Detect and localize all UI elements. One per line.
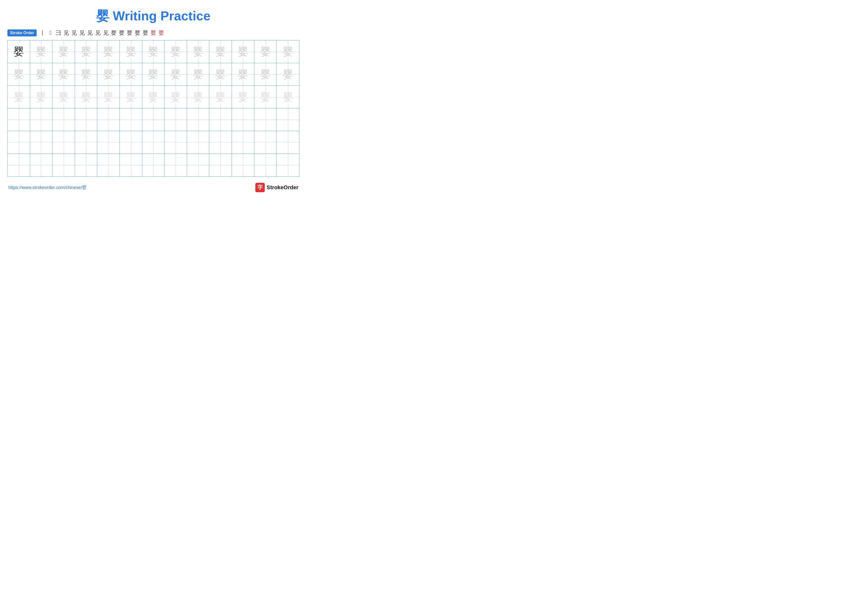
grid-cell-1-8: 婴 [164, 40, 187, 63]
practice-char-lighter: 婴 [170, 92, 181, 102]
grid-cell-1-4: 婴 [75, 40, 98, 63]
grid-cell-4-7[interactable] [142, 109, 165, 131]
grid-cell-5-3[interactable] [53, 131, 75, 154]
practice-char-lighter: 婴 [14, 92, 24, 102]
title-writing-practice: Writing Practice [113, 9, 211, 23]
grid-cell-5-2[interactable] [30, 131, 53, 154]
grid-cell-4-1[interactable] [8, 109, 30, 131]
grid-cell-5-6[interactable] [120, 131, 142, 154]
grid-cell-3-9: 婴 [187, 86, 209, 108]
practice-char-light: 婴 [81, 69, 91, 79]
stroke-order-row: Stroke Order 丨 𠃉 彐 见 见 见 见 见 见 婴 婴 婴 婴 婴… [8, 29, 299, 37]
grid-cell-5-11[interactable] [232, 131, 254, 154]
footer: https://www.strokeorder.com/chinese/婴 字 … [8, 183, 299, 192]
grid-row-5 [8, 131, 299, 154]
grid-cell-5-13[interactable] [277, 131, 299, 154]
practice-char-light: 婴 [126, 46, 136, 57]
grid-cell-6-6[interactable] [120, 154, 142, 176]
practice-char-light: 婴 [283, 69, 293, 79]
title-section: 婴 Writing Practice [8, 5, 299, 25]
grid-cell-5-5[interactable] [97, 131, 120, 154]
grid-cell-3-2: 婴 [30, 86, 53, 108]
grid-cell-4-11[interactable] [232, 109, 254, 131]
practice-char-light: 婴 [260, 46, 271, 57]
page-title: 婴 Writing Practice [8, 8, 299, 25]
stroke-step-2: 𠃉 [47, 30, 54, 36]
grid-cell-4-4[interactable] [75, 109, 98, 131]
stroke-order-badge: Stroke Order [8, 30, 37, 36]
practice-char-light: 婴 [238, 69, 248, 79]
grid-cell-6-12[interactable] [254, 154, 277, 176]
grid-cell-5-7[interactable] [142, 131, 165, 154]
grid-cell-3-13: 婴 [277, 86, 299, 108]
grid-cell-2-12: 婴 [254, 63, 277, 86]
grid-cell-4-8[interactable] [164, 109, 187, 131]
grid-cell-4-9[interactable] [187, 109, 209, 131]
grid-cell-4-13[interactable] [277, 109, 299, 131]
grid-cell-5-4[interactable] [75, 131, 98, 154]
grid-cell-1-2: 婴 [30, 40, 53, 63]
grid-cell-6-2[interactable] [30, 154, 53, 176]
grid-cell-6-11[interactable] [232, 154, 254, 176]
grid-cell-5-1[interactable] [8, 131, 30, 154]
grid-cell-5-10[interactable] [209, 131, 232, 154]
grid-cell-6-10[interactable] [209, 154, 232, 176]
grid-row-3: 婴 婴 婴 婴 婴 婴 婴 婴 婴 婴 婴 婴 [8, 86, 299, 109]
stroke-step-11: 婴 [118, 29, 125, 37]
stroke-step-12: 婴 [126, 29, 133, 37]
practice-char-lighter: 婴 [193, 92, 203, 102]
grid-cell-6-13[interactable] [277, 154, 299, 176]
grid-cell-6-9[interactable] [187, 154, 209, 176]
stroke-step-5: 见 [71, 29, 78, 37]
practice-char-light: 婴 [14, 69, 24, 79]
grid-cell-6-7[interactable] [142, 154, 165, 176]
title-char: 婴 [96, 9, 109, 23]
grid-cell-4-5[interactable] [97, 109, 120, 131]
footer-logo-text: StrokeOrder [267, 184, 298, 191]
stroke-step-3: 彐 [55, 29, 62, 37]
stroke-step-4: 见 [63, 29, 70, 37]
grid-cell-4-2[interactable] [30, 109, 53, 131]
grid-cell-6-1[interactable] [8, 154, 30, 176]
grid-cell-6-4[interactable] [75, 154, 98, 176]
grid-cell-1-7: 婴 [142, 40, 165, 63]
grid-cell-2-13: 婴 [277, 63, 299, 86]
grid-cell-6-5[interactable] [97, 154, 120, 176]
grid-cell-1-11: 婴 [232, 40, 254, 63]
grid-cell-4-10[interactable] [209, 109, 232, 131]
grid-cell-1-3: 婴 [53, 40, 75, 63]
practice-char-light: 婴 [36, 69, 46, 79]
grid-cell-5-9[interactable] [187, 131, 209, 154]
practice-char-light: 婴 [215, 46, 226, 57]
practice-char-light: 婴 [148, 69, 158, 79]
stroke-step-9: 见 [102, 29, 109, 37]
grid-cell-2-2: 婴 [30, 63, 53, 86]
grid-cell-6-3[interactable] [53, 154, 75, 176]
practice-char-light: 婴 [170, 46, 181, 57]
grid-cell-4-12[interactable] [254, 109, 277, 131]
grid-cell-2-7: 婴 [142, 63, 165, 86]
stroke-step-8: 见 [95, 29, 101, 37]
grid-cell-2-10: 婴 [209, 63, 232, 86]
grid-cell-6-8[interactable] [164, 154, 187, 176]
grid-cell-1-1: 婴 [8, 40, 30, 63]
grid-cell-2-9: 婴 [187, 63, 209, 86]
practice-char-lighter: 婴 [58, 92, 69, 102]
practice-char-lighter: 婴 [81, 92, 91, 102]
footer-url[interactable]: https://www.strokeorder.com/chinese/婴 [8, 185, 87, 190]
grid-cell-5-8[interactable] [164, 131, 187, 154]
stroke-step-10: 婴 [110, 29, 117, 37]
practice-char-light: 婴 [36, 46, 46, 57]
grid-cell-5-12[interactable] [254, 131, 277, 154]
grid-cell-4-3[interactable] [53, 109, 75, 131]
grid-cell-2-4: 婴 [75, 63, 98, 86]
practice-char-light: 婴 [103, 46, 113, 57]
practice-char-light: 婴 [58, 46, 69, 57]
grid-cell-2-6: 婴 [120, 63, 142, 86]
grid-cell-4-6[interactable] [120, 109, 142, 131]
practice-char-light: 婴 [81, 46, 91, 57]
grid-cell-3-5: 婴 [97, 86, 120, 108]
grid-cell-1-9: 婴 [187, 40, 209, 63]
practice-char-light: 婴 [260, 69, 271, 79]
grid-cell-3-1: 婴 [8, 86, 30, 108]
